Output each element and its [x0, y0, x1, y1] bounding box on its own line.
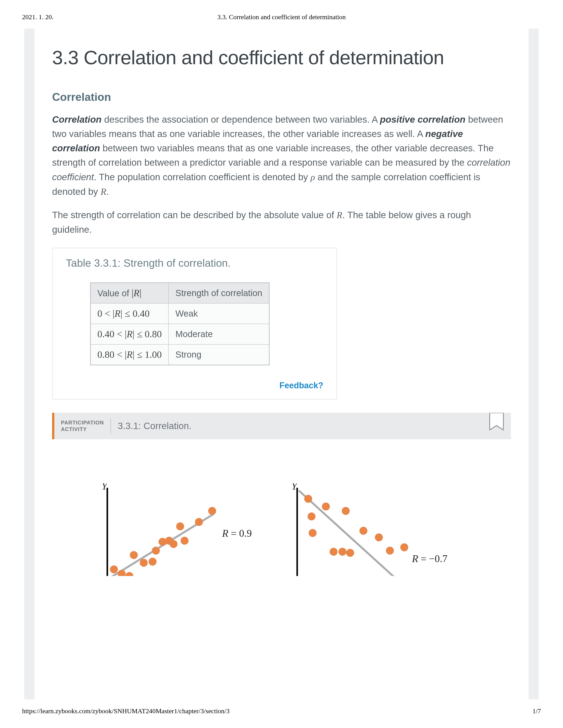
table-col1-header: Value of |R| — [90, 283, 169, 303]
participation-activity-badge: PARTICIPATION ACTIVITY — [54, 419, 110, 433]
plot1-r-label: R = 0.9 — [222, 527, 252, 539]
strength-cell: Strong — [168, 344, 269, 365]
participation-activity-title: 3.3.1: Correlation. — [111, 421, 489, 431]
svg-point-13 — [180, 537, 188, 545]
page-title: 3.3 Correlation and coefficient of deter… — [52, 46, 511, 69]
svg-point-11 — [169, 540, 177, 548]
table-card-strength: Table 3.3.1: Strength of correlation. Va… — [52, 248, 337, 400]
svg-point-14 — [195, 518, 203, 526]
p1-t4: . The population correlation coefficient… — [94, 172, 311, 182]
participation-activity-bar: PARTICIPATION ACTIVITY 3.3.1: Correlatio… — [52, 413, 511, 439]
symbol-R-2: R — [337, 210, 343, 220]
scatter-plot-r-neg-0-7: Y R = −0.7 — [279, 483, 452, 576]
symbol-R: R — [101, 187, 106, 197]
strength-cell: Weak — [168, 303, 269, 324]
svg-point-20 — [309, 529, 317, 537]
range-cell: 0 < |R| ≤ 0.40 — [90, 303, 169, 324]
svg-point-25 — [346, 549, 354, 557]
p1-t3: between two variables means that as one … — [52, 143, 494, 168]
table-col2-header: Strength of correlation — [168, 283, 269, 303]
svg-point-24 — [342, 507, 350, 515]
svg-point-31 — [400, 543, 408, 551]
svg-point-22 — [330, 548, 338, 556]
svg-point-7 — [148, 558, 156, 566]
svg-point-28 — [375, 533, 383, 541]
table-header-row: Value of |R| Strength of correlation — [90, 283, 269, 303]
range-cell: 0.80 < |R| ≤ 1.00 — [90, 344, 169, 365]
svg-point-9 — [158, 538, 166, 546]
svg-point-21 — [322, 503, 330, 510]
table-strength-of-correlation: Value of |R| Strength of correlation 0 <… — [90, 282, 269, 365]
svg-point-3 — [118, 570, 126, 576]
plot2-r-label: R = −0.7 — [412, 553, 448, 565]
page-content: 3.3 Correlation and coefficient of deter… — [34, 29, 529, 699]
print-footer-url: https://learn.zybooks.com/zybook/SNHUMAT… — [22, 707, 229, 715]
scatter-plot-r-0-9: Y R = 0.9 — [90, 483, 262, 576]
svg-point-6 — [140, 559, 148, 567]
svg-point-5 — [130, 551, 138, 559]
svg-point-18 — [304, 495, 312, 503]
svg-point-2 — [110, 565, 118, 573]
feedback-link[interactable]: Feedback? — [279, 381, 323, 390]
bookmark-icon[interactable] — [489, 413, 504, 432]
col1-math: |R| — [132, 288, 141, 298]
print-footer: https://learn.zybooks.com/zybook/SNHUMAT… — [22, 707, 541, 715]
svg-point-27 — [360, 527, 368, 535]
range-cell: 0.40 < |R| ≤ 0.80 — [90, 324, 169, 344]
p1-t6: . — [106, 186, 109, 197]
strength-cell: Moderate — [168, 324, 269, 344]
print-footer-pagenum: 1/7 — [533, 707, 541, 715]
term-correlation: Correlation — [52, 114, 102, 125]
paragraph-correlation-definition: Correlation describes the association or… — [52, 112, 511, 199]
paragraph-absR-guideline: The strength of correlation can be descr… — [52, 208, 511, 237]
svg-point-29 — [386, 547, 394, 555]
svg-point-8 — [152, 547, 160, 555]
svg-point-19 — [308, 512, 316, 520]
p1-t1: describes the association or dependence … — [102, 114, 380, 125]
term-positive-correlation: positive correlation — [380, 114, 465, 125]
symbol-rho: ρ — [311, 172, 315, 182]
section-heading-correlation: Correlation — [52, 91, 511, 103]
svg-point-15 — [208, 507, 216, 515]
pa-badge-l1: PARTICIPATION — [61, 419, 104, 426]
print-header: 2021. 1. 20. 3.3. Correlation and coeffi… — [22, 13, 541, 21]
svg-point-4 — [125, 572, 133, 576]
page-outer: 3.3 Correlation and coefficient of deter… — [24, 29, 539, 699]
plot1-ylabel: Y — [102, 483, 107, 492]
table-title: Table 3.3.1: Strength of correlation. — [66, 257, 323, 269]
svg-point-23 — [339, 548, 347, 556]
svg-point-12 — [176, 522, 184, 530]
scatter-plots-row: Y R = 0.9 — [52, 483, 511, 576]
table-row: 0 < |R| ≤ 0.40 Weak — [90, 303, 269, 324]
col1-pre: Value of — [97, 288, 132, 298]
plot2-ylabel: Y — [292, 483, 297, 492]
p2-t1: The strength of correlation can be descr… — [52, 210, 337, 220]
table-row: 0.40 < |R| ≤ 0.80 Moderate — [90, 324, 269, 344]
table-row: 0.80 < |R| ≤ 1.00 Strong — [90, 344, 269, 365]
pa-badge-l2: ACTIVITY — [61, 426, 104, 433]
print-header-title: 3.3. Correlation and coefficient of dete… — [22, 13, 541, 21]
feedback-row: Feedback? — [66, 381, 323, 390]
